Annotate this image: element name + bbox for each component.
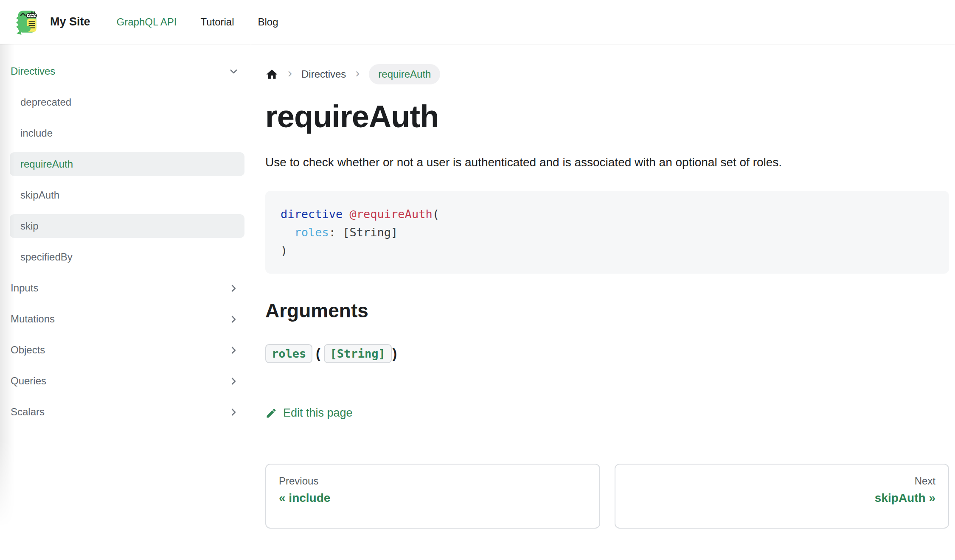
pencil-icon — [265, 407, 277, 419]
home-icon[interactable] — [265, 68, 278, 81]
page-title: requireAuth — [265, 98, 949, 134]
arguments-heading: Arguments — [265, 299, 949, 322]
code-token-arg-type: [String] — [343, 226, 398, 239]
pagination-next-label: Next — [628, 475, 936, 487]
page-description: Use to check whether or not a user is au… — [265, 153, 949, 171]
doc-pagination: Previous « include Next skipAuth » — [265, 464, 949, 529]
pagination-previous-card[interactable]: Previous « include — [265, 464, 600, 529]
sidebar-category-objects[interactable]: Objects — [10, 338, 244, 362]
sidebar-item-specifiedby[interactable]: specifiedBy — [10, 245, 244, 269]
nav-link-tutorial[interactable]: Tutorial — [200, 16, 234, 28]
arguments-row: roles ( [String] ) — [265, 344, 949, 363]
sidebar-item-skip[interactable]: skip — [10, 214, 244, 238]
chevron-right-icon — [228, 344, 239, 356]
breadcrumb-item-directives[interactable]: Directives — [301, 68, 346, 80]
breadcrumb-separator: › — [288, 67, 292, 79]
pagination-previous-link: « include — [279, 491, 587, 505]
nav-link-graphql-api[interactable]: GraphQL API — [117, 16, 177, 28]
docs-sidebar: Directives deprecated include requireAut… — [0, 44, 251, 560]
paren-open: ( — [316, 346, 320, 361]
code-content: directive @requireAuth( roles: [String] … — [281, 205, 934, 260]
site-title: My Site — [50, 15, 90, 28]
sidebar-item-deprecated[interactable]: deprecated — [10, 90, 244, 114]
code-token-directive-name: @requireAuth — [350, 207, 433, 221]
pagination-next-link: skipAuth » — [628, 491, 936, 505]
paren-close: ) — [393, 346, 397, 361]
breadcrumb: › Directives › requireAuth — [265, 64, 949, 85]
edit-this-page-label: Edit this page — [283, 406, 353, 420]
top-navbar: My Site GraphQL API Tutorial Blog — [0, 0, 955, 44]
sidebar-category-directives[interactable]: Directives — [10, 59, 244, 83]
sidebar-item-requireauth[interactable]: requireAuth — [10, 152, 244, 176]
sidebar-category-inputs[interactable]: Inputs — [10, 276, 244, 300]
doc-main: › Directives › requireAuth requireAuth U… — [251, 44, 955, 560]
code-block: directive @requireAuth( roles: [String] … — [265, 191, 949, 274]
sidebar-item-include[interactable]: include — [10, 121, 244, 145]
site-brand[interactable]: My Site — [15, 8, 90, 36]
code-token-keyword: directive — [281, 207, 343, 221]
breadcrumb-separator: › — [355, 67, 360, 79]
chevron-right-icon — [228, 283, 239, 294]
chevron-down-icon — [228, 66, 239, 77]
navbar-links: GraphQL API Tutorial Blog — [117, 16, 278, 28]
sidebar-category-mutations[interactable]: Mutations — [10, 307, 244, 331]
breadcrumb-item-current: requireAuth — [369, 64, 440, 84]
argument-type-chip[interactable]: [String] — [324, 344, 392, 363]
argument-name-chip: roles — [265, 344, 312, 363]
chevron-right-icon — [228, 406, 239, 418]
sidebar-item-skipauth[interactable]: skipAuth — [10, 183, 244, 207]
page-body: Directives deprecated include requireAut… — [0, 44, 955, 560]
chevron-right-icon — [228, 375, 239, 387]
code-token-arg-name: roles — [295, 226, 329, 239]
sidebar-category-queries[interactable]: Queries — [10, 369, 244, 393]
sidebar-category-scalars[interactable]: Scalars — [10, 400, 244, 424]
nav-link-blog[interactable]: Blog — [258, 16, 278, 28]
pagination-next-card[interactable]: Next skipAuth » — [615, 464, 949, 529]
chevron-right-icon — [228, 314, 239, 325]
pagination-previous-label: Previous — [279, 475, 587, 487]
edit-this-page-link[interactable]: Edit this page — [265, 406, 353, 420]
dinosaur-logo — [15, 8, 43, 36]
sidebar-menu: Directives deprecated include requireAut… — [10, 59, 244, 424]
